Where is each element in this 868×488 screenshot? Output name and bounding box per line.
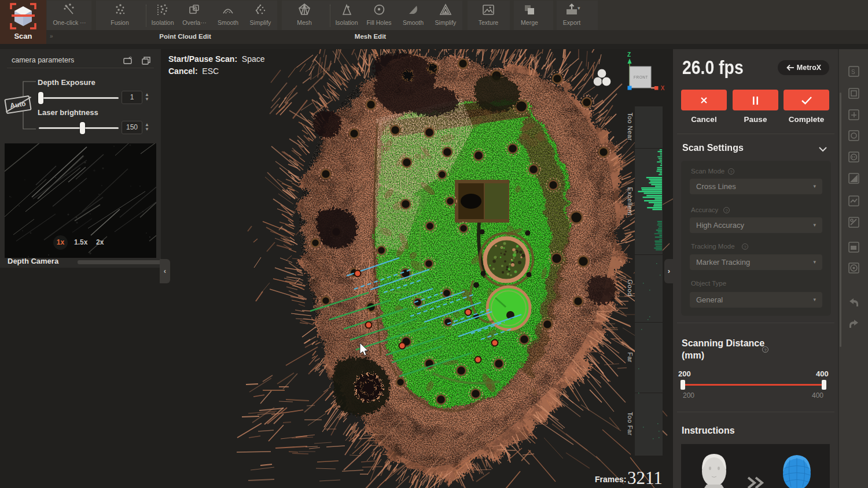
svg-text:S: S (851, 69, 855, 75)
svg-text:FRONT: FRONT (634, 75, 648, 79)
svg-text:X: X (661, 85, 665, 91)
svg-text:Z: Z (627, 51, 631, 58)
